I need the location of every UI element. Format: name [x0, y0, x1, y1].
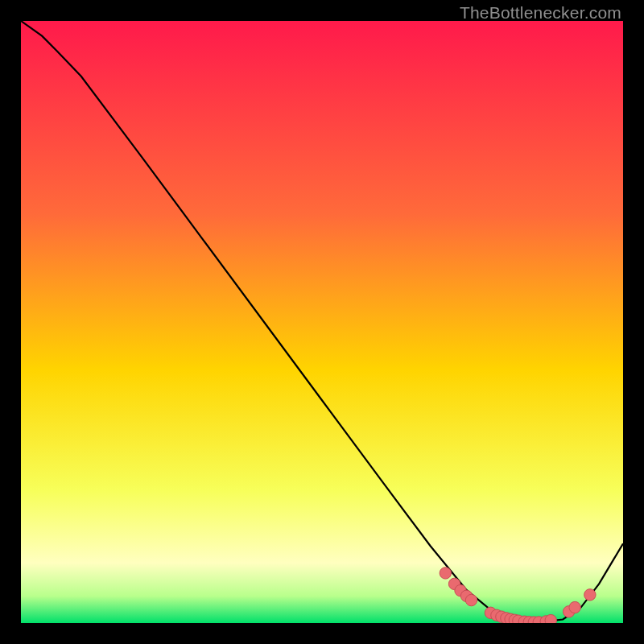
data-marker [569, 601, 580, 613]
data-marker [465, 594, 477, 605]
gradient-background [21, 21, 623, 623]
chart-svg [21, 21, 623, 623]
data-marker [584, 589, 596, 601]
watermark-text: TheBottlenecker.com [460, 3, 621, 23]
data-marker [440, 568, 451, 579]
data-marker [545, 614, 556, 623]
